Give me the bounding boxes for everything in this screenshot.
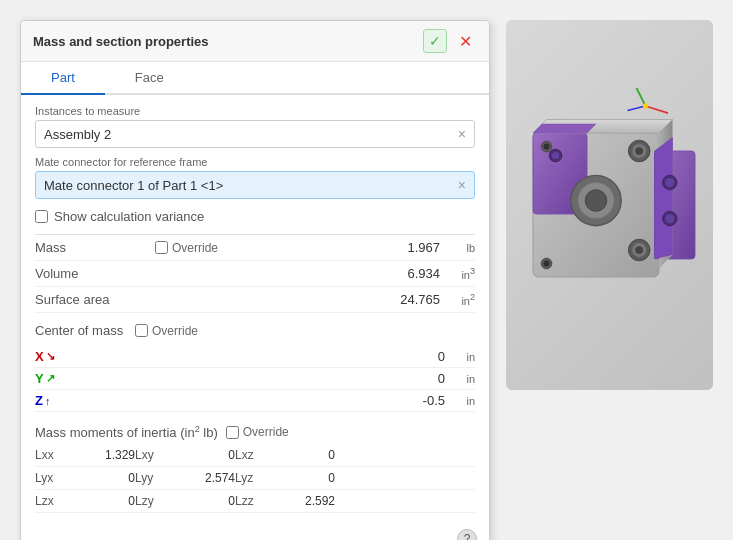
inertia-header: Mass moments of inertia (in2 lb) Overrid…: [35, 418, 475, 444]
axis-x-value: 0: [65, 349, 445, 364]
svg-point-17: [552, 152, 559, 159]
inertia-lzz-value: 2.592: [275, 494, 335, 508]
inertia-label: Mass moments of inertia (in2 lb): [35, 424, 218, 440]
svg-marker-5: [533, 124, 596, 133]
help-button[interactable]: ?: [457, 529, 477, 540]
center-of-mass-section: Center of mass Override X ↘ 0 in: [35, 319, 475, 412]
help-icon: ?: [464, 532, 471, 540]
show-calculation-variance-checkbox[interactable]: [35, 210, 48, 223]
show-calculation-variance-row: Show calculation variance: [35, 207, 475, 226]
instances-field-group: Instances to measure Assembly 2 ×: [35, 105, 475, 148]
instances-label: Instances to measure: [35, 105, 475, 117]
inertia-lxx-label: Lxx: [35, 448, 75, 462]
center-of-mass-label: Center of mass: [35, 323, 135, 338]
show-calculation-variance-label: Show calculation variance: [54, 209, 204, 224]
mate-connector-label: Mate connector for reference frame: [35, 156, 475, 168]
axis-y-row: Y ↗ 0 in: [35, 368, 475, 390]
axis-y-unit: in: [445, 373, 475, 385]
center-of-mass-override-group: Override: [135, 324, 198, 338]
inertia-lyy-label: Lyy: [135, 471, 175, 485]
inertia-lzy-label: Lzy: [135, 494, 175, 508]
inertia-lxz-value: 0: [275, 448, 335, 462]
svg-point-29: [643, 103, 648, 108]
mass-override-label: Override: [172, 241, 218, 255]
main-container: Mass and section properties ✓ ✕ Part Fac…: [0, 0, 733, 540]
cad-model-panel: [506, 20, 713, 390]
volume-label: Volume: [35, 266, 155, 281]
confirm-button[interactable]: ✓: [423, 29, 447, 53]
inertia-lzx-label: Lzx: [35, 494, 75, 508]
dialog-footer: ?: [21, 523, 489, 540]
tab-part[interactable]: Part: [21, 62, 105, 95]
volume-unit: in3: [440, 266, 475, 281]
dialog-title: Mass and section properties: [33, 34, 209, 49]
axis-z-label: Z ↑: [35, 393, 65, 408]
inertia-override-group: Override: [226, 425, 289, 439]
svg-point-21: [665, 214, 674, 223]
mate-connector-field-group: Mate connector for reference frame Mate …: [35, 156, 475, 199]
inertia-lyz-value: 0: [275, 471, 335, 485]
mate-connector-clear-icon[interactable]: ×: [458, 177, 466, 193]
inertia-lyx-value: 0: [75, 471, 135, 485]
volume-unit-sup: 3: [470, 266, 475, 276]
surface-area-unit: in2: [440, 292, 475, 307]
mass-row: Mass Override 1.967 lb: [35, 235, 475, 261]
axis-z-letter: Z: [35, 393, 43, 408]
inertia-lzz-label: Lzz: [235, 494, 275, 508]
instances-input[interactable]: Assembly 2 ×: [35, 120, 475, 148]
surface-area-label: Surface area: [35, 292, 155, 307]
inertia-override-checkbox[interactable]: [226, 426, 239, 439]
center-of-mass-override-checkbox[interactable]: [135, 324, 148, 337]
axis-x-unit: in: [445, 351, 475, 363]
inertia-lzy-value: 0: [175, 494, 235, 508]
inertia-lyy-value: 2.574: [175, 471, 235, 485]
svg-point-25: [544, 261, 549, 266]
dialog-actions: ✓ ✕: [423, 29, 477, 53]
inertia-lxy-label: Lxy: [135, 448, 175, 462]
svg-point-12: [636, 147, 643, 154]
axis-z-arrow: ↑: [45, 395, 51, 407]
axis-y-letter: Y: [35, 371, 44, 386]
close-button[interactable]: ✕: [453, 29, 477, 53]
axis-y-label: Y ↗: [35, 371, 65, 386]
axis-y-value: 0: [65, 371, 445, 386]
inertia-row-2: Lyx 0 Lyy 2.574 Lyz 0: [35, 467, 475, 490]
surface-area-row: Surface area 24.765 in2: [35, 287, 475, 313]
inertia-lxy-value: 0: [175, 448, 235, 462]
svg-point-15: [636, 246, 643, 253]
svg-line-27: [637, 88, 646, 106]
check-icon: ✓: [429, 33, 441, 49]
mass-value: 1.967: [245, 240, 440, 255]
axis-y-arrow: ↗: [46, 372, 55, 385]
dialog-panel: Mass and section properties ✓ ✕ Part Fac…: [20, 20, 490, 540]
svg-point-19: [665, 178, 674, 187]
inertia-row-3: Lzx 0 Lzy 0 Lzz 2.592: [35, 490, 475, 513]
tabs: Part Face: [21, 62, 489, 95]
dialog-header: Mass and section properties ✓ ✕: [21, 21, 489, 62]
center-of-mass-header: Center of mass Override: [35, 319, 475, 342]
axis-x-row: X ↘ 0 in: [35, 346, 475, 368]
svg-marker-6: [655, 138, 673, 260]
inertia-lyz-label: Lyz: [235, 471, 275, 485]
mate-connector-input[interactable]: Mate connector 1 of Part 1 <1> ×: [35, 171, 475, 199]
mate-connector-value: Mate connector 1 of Part 1 <1>: [44, 178, 223, 193]
inertia-lxz-label: Lxz: [235, 448, 275, 462]
inertia-override-label: Override: [243, 425, 289, 439]
svg-point-23: [544, 144, 549, 149]
inertia-lzx-value: 0: [75, 494, 135, 508]
volume-row: Volume 6.934 in3: [35, 261, 475, 287]
svg-point-9: [585, 190, 607, 212]
close-icon: ✕: [459, 32, 472, 51]
instances-value: Assembly 2: [44, 127, 111, 142]
dialog-content: Instances to measure Assembly 2 × Mate c…: [21, 95, 489, 523]
surface-area-value: 24.765: [245, 292, 440, 307]
mass-override-group: Override: [155, 241, 245, 255]
tab-face[interactable]: Face: [105, 62, 194, 95]
axis-x-arrow: ↘: [46, 350, 55, 363]
instances-clear-icon[interactable]: ×: [458, 126, 466, 142]
mass-override-checkbox[interactable]: [155, 241, 168, 254]
volume-value: 6.934: [245, 266, 440, 281]
surface-area-unit-sup: 2: [470, 292, 475, 302]
svg-line-28: [628, 106, 646, 111]
svg-line-26: [646, 106, 669, 113]
